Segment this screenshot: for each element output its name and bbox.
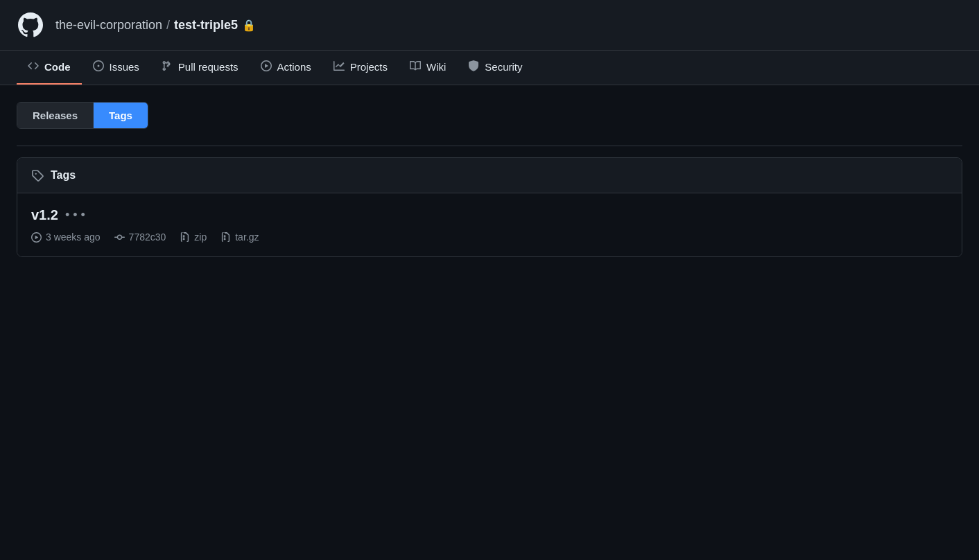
tag-version[interactable]: v1.2 bbox=[31, 207, 58, 223]
path-separator: / bbox=[166, 18, 170, 33]
nav-pulls-label: Pull requests bbox=[178, 61, 239, 73]
nav-projects-label: Projects bbox=[350, 61, 388, 73]
tag-zip: zip bbox=[180, 231, 207, 243]
security-icon bbox=[468, 60, 479, 73]
tag-version-row: v1.2 • • • bbox=[31, 207, 948, 223]
github-logo[interactable] bbox=[17, 11, 44, 39]
lock-icon: 🔒 bbox=[242, 19, 256, 32]
tag-targz-label[interactable]: tar.gz bbox=[235, 231, 259, 243]
actions-icon bbox=[261, 60, 272, 73]
projects-icon bbox=[333, 60, 345, 73]
tags-title: Tags bbox=[51, 169, 76, 182]
nav-item-actions[interactable]: Actions bbox=[250, 51, 322, 85]
nav-issues-label: Issues bbox=[110, 61, 139, 73]
tag-meta-row: 3 weeks ago 7782c30 zip bbox=[31, 231, 948, 243]
header: the-evil-corporation / test-triple5 🔒 bbox=[0, 0, 979, 51]
releases-tags-tab-group: Releases Tags bbox=[17, 102, 148, 129]
tag-icon bbox=[31, 169, 44, 182]
repo-owner[interactable]: the-evil-corporation bbox=[55, 18, 162, 33]
tag-commit-hash[interactable]: 7782c30 bbox=[129, 231, 166, 243]
section-divider bbox=[17, 146, 962, 146]
tag-time: 3 weeks ago bbox=[31, 231, 101, 243]
nav-bar: Code Issues Pull requests Actions Projec… bbox=[0, 51, 979, 85]
nav-actions-label: Actions bbox=[277, 61, 311, 73]
tag-commit: 7782c30 bbox=[114, 231, 166, 243]
nav-item-code[interactable]: Code bbox=[17, 51, 82, 85]
nav-wiki-label: Wiki bbox=[426, 61, 446, 73]
zip-icon bbox=[180, 232, 190, 243]
tag-zip-label[interactable]: zip bbox=[194, 231, 207, 243]
releases-tab[interactable]: Releases bbox=[17, 103, 94, 128]
nav-item-security[interactable]: Security bbox=[457, 51, 533, 85]
clock-icon bbox=[31, 232, 42, 243]
nav-item-projects[interactable]: Projects bbox=[322, 51, 399, 85]
tag-time-label: 3 weeks ago bbox=[46, 231, 101, 243]
tag-targz: tar.gz bbox=[220, 231, 259, 243]
main-content: Releases Tags Tags v1.2 • • • 3 week bbox=[0, 85, 979, 274]
tags-tab[interactable]: Tags bbox=[94, 103, 148, 128]
repo-name[interactable]: test-triple5 bbox=[174, 18, 238, 33]
tags-container: Tags v1.2 • • • 3 weeks ago 77 bbox=[17, 157, 962, 257]
targz-icon bbox=[220, 232, 231, 243]
nav-item-pull-requests[interactable]: Pull requests bbox=[150, 51, 250, 85]
wiki-icon bbox=[410, 60, 421, 73]
repo-path: the-evil-corporation / test-triple5 🔒 bbox=[55, 18, 256, 33]
nav-security-label: Security bbox=[485, 61, 522, 73]
nav-item-issues[interactable]: Issues bbox=[82, 51, 150, 85]
commit-icon bbox=[114, 232, 125, 243]
pull-requests-icon bbox=[162, 60, 173, 73]
tags-section-header: Tags bbox=[17, 158, 962, 193]
issues-icon bbox=[93, 60, 104, 73]
nav-code-label: Code bbox=[44, 61, 71, 73]
tag-entry: v1.2 • • • 3 weeks ago 7782c30 bbox=[17, 193, 962, 256]
nav-item-wiki[interactable]: Wiki bbox=[399, 51, 457, 85]
code-icon bbox=[28, 60, 39, 73]
tag-options-button[interactable]: • • • bbox=[65, 208, 85, 222]
